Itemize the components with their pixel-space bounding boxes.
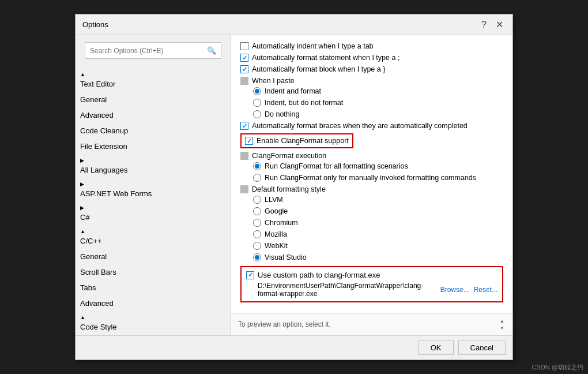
- radio-webkit[interactable]: [253, 242, 261, 250]
- tree-item-aspnet[interactable]: ▶ASP.NET Web Forms: [76, 178, 231, 201]
- scroll-up-arrow[interactable]: ▲: [499, 318, 506, 324]
- radio-llvm[interactable]: [253, 196, 261, 204]
- option-run-all: Run ClangFormat for all formatting scena…: [253, 162, 503, 170]
- tree-item-general-te[interactable]: General: [76, 92, 231, 107]
- radio-chromium[interactable]: [253, 219, 261, 227]
- tree-item-scroll-bars[interactable]: Scroll Bars: [76, 264, 231, 280]
- cancel-button[interactable]: Cancel: [458, 341, 506, 355]
- title-bar: Options ? ✕: [76, 14, 512, 35]
- scroll-down-arrow[interactable]: ▼: [499, 325, 506, 331]
- radio-indent-no-format[interactable]: [253, 99, 261, 107]
- option-chromium: Chromium: [253, 219, 503, 227]
- label-run-all: Run ClangFormat for all formatting scena…: [265, 162, 408, 170]
- option-visual-studio: Visual Studio: [253, 253, 503, 261]
- search-icon: 🔍: [207, 46, 216, 55]
- radio-visual-studio[interactable]: [253, 253, 261, 261]
- label-llvm: LLVM: [265, 196, 283, 204]
- options-dialog: Options ? ✕ 🔍 ▲Text Editor General: [75, 14, 513, 360]
- tree-item-advanced-cpp[interactable]: Advanced: [76, 296, 231, 311]
- label-mozilla: Mozilla: [265, 230, 287, 238]
- search-container: 🔍: [76, 35, 231, 66]
- footer: OK Cancel: [76, 335, 512, 360]
- close-button[interactable]: ✕: [493, 19, 506, 30]
- option-auto-format-block: Automatically format block when I type a…: [240, 65, 503, 73]
- radio-indent-format[interactable]: [253, 87, 261, 95]
- label-custom-path: Use custom path to clang-format.exe: [258, 271, 380, 279]
- scroll-arrows[interactable]: ▲ ▼: [499, 318, 506, 331]
- option-mozilla: Mozilla: [253, 230, 503, 238]
- section-label-paste: When I paste: [252, 77, 295, 85]
- custom-path-box: Use custom path to clang-format.exe D:\E…: [240, 266, 503, 302]
- dialog-body: 🔍 ▲Text Editor General Advanced Code Cle…: [76, 35, 512, 335]
- checkbox-auto-indent[interactable]: [240, 42, 248, 50]
- radio-run-all[interactable]: [253, 162, 261, 170]
- option-run-manual: Run ClangFormat only for manually invoke…: [253, 174, 503, 182]
- label-chromium: Chromium: [265, 219, 298, 227]
- option-auto-format-stmt: Automatically format statement when I ty…: [240, 54, 503, 62]
- preview-bar: To preview an option, select it. ▲ ▼: [231, 313, 512, 335]
- section-clangformat-exec: ClangFormat execution: [240, 152, 503, 160]
- checkbox-enable-clangformat[interactable]: [245, 137, 253, 145]
- options-content: Automatically indent when I type a tab A…: [231, 35, 512, 313]
- tree-item-csharp[interactable]: ▶C#: [76, 201, 231, 225]
- radio-do-nothing[interactable]: [253, 110, 261, 118]
- label-indent-no-format: Indent, but do not format: [265, 99, 343, 107]
- checkbox-auto-format-braces[interactable]: [240, 122, 248, 130]
- option-auto-format-braces: Automatically format braces when they ar…: [240, 122, 503, 130]
- section-icon-default-style: [240, 185, 248, 193]
- help-button[interactable]: ?: [479, 20, 489, 30]
- label-do-nothing: Do nothing: [265, 110, 299, 118]
- right-panel: Automatically indent when I type a tab A…: [231, 35, 512, 335]
- radio-run-manual[interactable]: [253, 174, 261, 182]
- option-enable-clangformat: Enable ClangFormat support: [240, 133, 503, 148]
- watermark: CSDN @幼狐之约: [532, 363, 583, 372]
- title-bar-controls: ? ✕: [479, 19, 506, 30]
- option-google: Google: [253, 207, 503, 215]
- label-webkit: WebKit: [265, 242, 288, 250]
- radio-google[interactable]: [253, 207, 261, 215]
- custom-path-row: Use custom path to clang-format.exe: [246, 271, 497, 279]
- section-icon-paste: [240, 77, 248, 85]
- section-icon-clangformat: [240, 152, 248, 160]
- label-auto-format-block: Automatically format block when I type a…: [252, 65, 385, 73]
- label-run-manual: Run ClangFormat only for manually invoke…: [265, 174, 476, 182]
- dialog-title: Options: [82, 20, 108, 29]
- option-indent-format: Indent and format: [253, 87, 503, 95]
- highlight-clangformat: Enable ClangFormat support: [240, 133, 353, 148]
- tree-view: ▲Text Editor General Advanced Code Clean…: [76, 66, 231, 335]
- label-auto-format-braces: Automatically format braces when they ar…: [252, 122, 468, 130]
- tree-item-advanced-te[interactable]: Advanced: [76, 107, 231, 123]
- tree-item-all-languages[interactable]: ▶All Languages: [76, 154, 231, 178]
- path-value: D:\EnvironmentUserPath\ClangFormatWrappe…: [258, 282, 436, 298]
- label-auto-format-stmt: Automatically format statement when I ty…: [252, 54, 399, 62]
- label-google: Google: [265, 207, 288, 215]
- section-label-default-style: Default formatting style: [252, 185, 326, 193]
- path-row: D:\EnvironmentUserPath\ClangFormatWrappe…: [246, 282, 497, 298]
- search-input[interactable]: [90, 47, 207, 55]
- left-panel: 🔍 ▲Text Editor General Advanced Code Cle…: [76, 35, 231, 335]
- ok-button[interactable]: OK: [419, 341, 454, 355]
- option-auto-indent: Automatically indent when I type a tab: [240, 42, 503, 50]
- search-bar[interactable]: 🔍: [85, 42, 221, 59]
- reset-link[interactable]: Reset...: [474, 286, 497, 294]
- tree-item-general-cpp[interactable]: General: [76, 249, 231, 264]
- browse-link[interactable]: Browse...: [440, 286, 469, 294]
- checkbox-auto-format-stmt[interactable]: [240, 54, 248, 62]
- label-indent-format: Indent and format: [265, 87, 321, 95]
- section-default-style: Default formatting style: [240, 185, 503, 193]
- checkbox-auto-format-block[interactable]: [240, 65, 248, 73]
- section-label-clangformat: ClangFormat execution: [252, 152, 326, 160]
- tree-item-code-cleanup[interactable]: Code Cleanup: [76, 123, 231, 139]
- radio-mozilla[interactable]: [253, 230, 261, 238]
- tree-item-tabs[interactable]: Tabs: [76, 280, 231, 296]
- section-when-paste: When I paste: [240, 77, 503, 85]
- tree-item-file-extension[interactable]: File Extension: [76, 139, 231, 154]
- checkbox-custom-path[interactable]: [246, 271, 254, 279]
- tree-item-cpp[interactable]: ▲C/C++: [76, 225, 231, 249]
- label-visual-studio: Visual Studio: [265, 253, 307, 261]
- label-auto-indent: Automatically indent when I type a tab: [252, 42, 374, 50]
- option-llvm: LLVM: [253, 196, 503, 204]
- option-indent-no-format: Indent, but do not format: [253, 99, 503, 107]
- tree-item-text-editor[interactable]: ▲Text Editor: [76, 68, 231, 92]
- tree-item-code-style[interactable]: ▲Code Style: [76, 311, 231, 335]
